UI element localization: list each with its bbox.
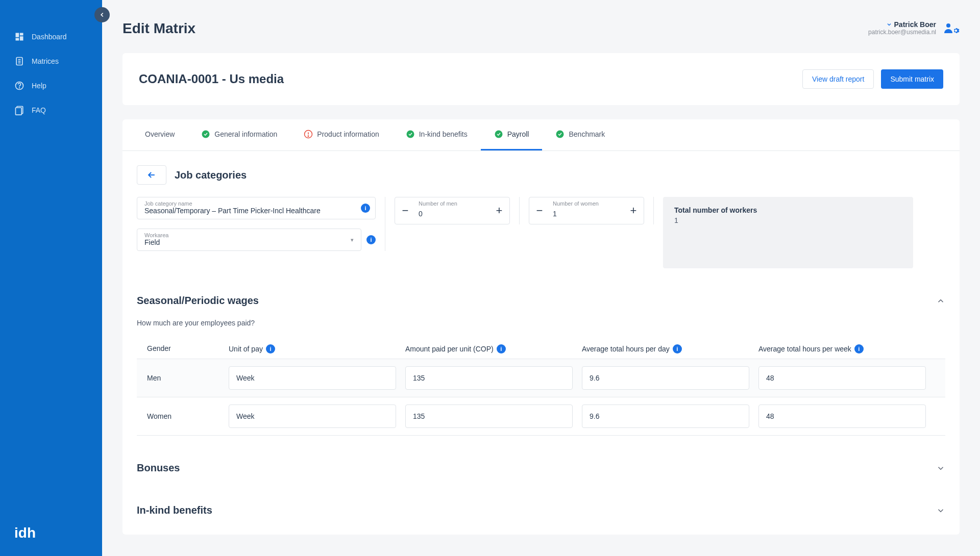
svg-rect-1 [20, 33, 23, 36]
col-gender: Gender [147, 344, 229, 353]
main-content: Edit Matrix Patrick Boer patrick.boer@us… [102, 0, 980, 556]
tab-payroll[interactable]: Payroll [481, 119, 543, 150]
tab-overview[interactable]: Overview [132, 119, 188, 150]
svg-point-14 [202, 131, 210, 138]
amount-input[interactable] [405, 366, 573, 390]
minus-button[interactable]: − [529, 197, 550, 224]
view-draft-button[interactable]: View draft report [802, 69, 874, 89]
tab-label: Product information [317, 130, 379, 138]
nav-label: Matrices [32, 57, 59, 65]
back-button[interactable] [137, 165, 166, 185]
tabs: Overview General information Product inf… [122, 119, 960, 151]
svg-point-18 [406, 131, 414, 138]
chevron-down-icon [886, 21, 892, 28]
field-label: Number of men [419, 200, 457, 207]
wage-row: Men [137, 359, 945, 397]
tab-general[interactable]: General information [188, 119, 290, 150]
plus-button[interactable]: + [489, 197, 509, 224]
tab-label: General information [214, 130, 277, 138]
matrix-title-card: COANIA-0001 - Us media View draft report… [122, 53, 960, 105]
plus-button[interactable]: + [623, 197, 644, 224]
user-menu[interactable]: Patrick Boer patrick.boer@usmedia.nl [868, 20, 960, 36]
info-icon[interactable]: i [361, 204, 370, 213]
dashboard-icon [14, 32, 24, 42]
svg-rect-2 [20, 36, 23, 40]
field-value: Seasonal/Temporary – Part Time Picker-In… [144, 207, 368, 215]
tabs-card: Overview General information Product inf… [122, 119, 960, 535]
tab-label: Benchmark [569, 130, 605, 138]
nav-faq[interactable]: FAQ [0, 98, 102, 122]
tab-product[interactable]: Product information [290, 119, 392, 150]
nav-label: Dashboard [32, 33, 67, 41]
inkind-section-toggle[interactable]: In-kind benefits [137, 504, 945, 516]
row-gender: Women [147, 412, 229, 420]
total-value: 1 [674, 216, 902, 224]
nav-matrices[interactable]: Matrices [0, 49, 102, 73]
info-icon[interactable]: i [366, 235, 376, 244]
matrix-title: COANIA-0001 - Us media [139, 72, 284, 86]
job-category-name-field[interactable]: Job category name Seasonal/Temporary – P… [137, 197, 376, 219]
nav-dashboard[interactable]: Dashboard [0, 24, 102, 49]
unit-input[interactable] [229, 366, 396, 390]
tab-benchmark[interactable]: Benchmark [542, 119, 618, 150]
nav-label: Help [32, 82, 46, 90]
svg-point-20 [556, 131, 564, 138]
field-label: Workarea [144, 232, 168, 238]
row-gender: Men [147, 374, 229, 382]
hours-week-input[interactable] [758, 405, 926, 428]
sidebar: Dashboard Matrices Help FAQ idh [0, 0, 102, 556]
clipboard-icon [14, 56, 24, 66]
total-workers-box: Total number of workers 1 [663, 197, 913, 268]
check-circle-icon [201, 130, 210, 139]
svg-point-17 [308, 136, 309, 137]
check-circle-icon [494, 130, 503, 139]
check-circle-icon [406, 130, 415, 139]
nav-help[interactable]: Help [0, 73, 102, 98]
women-stepper[interactable]: Number of women − 1 + [529, 197, 644, 224]
col-amount: Amount paid per unit (COP) [405, 345, 494, 353]
tab-label: Overview [145, 130, 175, 138]
gear-icon[interactable] [952, 27, 960, 34]
section-title: Job categories [175, 169, 247, 181]
arrow-left-icon [99, 11, 106, 18]
tab-label: In-kind benefits [419, 130, 468, 138]
svg-rect-0 [16, 33, 19, 37]
minus-button[interactable]: − [395, 197, 415, 224]
arrow-left-icon [146, 170, 157, 180]
unit-input[interactable] [229, 405, 396, 428]
bonuses-section-toggle[interactable]: Bonuses [137, 462, 945, 474]
wages-table: Gender Unit of payi Amount paid per unit… [137, 339, 945, 436]
info-icon[interactable]: i [497, 344, 506, 353]
page-header: Edit Matrix Patrick Boer patrick.boer@us… [122, 0, 960, 53]
amount-input[interactable] [405, 405, 573, 428]
info-icon[interactable]: i [266, 344, 275, 353]
user-name: Patrick Boer [894, 20, 936, 29]
tab-inkind[interactable]: In-kind benefits [393, 119, 481, 150]
men-stepper[interactable]: Number of men − 0 + [395, 197, 510, 224]
info-icon[interactable]: i [673, 344, 682, 353]
hours-day-input[interactable] [582, 366, 749, 390]
svg-point-9 [19, 88, 20, 88]
field-value: Field [144, 238, 354, 246]
nav-label: FAQ [32, 106, 46, 114]
wages-title: Seasonal/Periodic wages [137, 295, 259, 307]
hours-day-input[interactable] [582, 405, 749, 428]
sidebar-nav: Dashboard Matrices Help FAQ [0, 0, 102, 122]
field-label: Job category name [144, 200, 192, 207]
help-icon [14, 81, 24, 91]
alert-circle-icon [304, 130, 313, 139]
wages-section-toggle[interactable]: Seasonal/Periodic wages [137, 295, 945, 307]
field-label: Number of women [553, 200, 599, 207]
faq-icon [14, 105, 24, 115]
bonuses-title: Bonuses [137, 462, 180, 474]
inkind-title: In-kind benefits [137, 504, 212, 516]
hours-week-input[interactable] [758, 366, 926, 390]
svg-rect-3 [16, 38, 19, 41]
info-icon[interactable]: i [854, 344, 864, 353]
svg-point-13 [946, 23, 950, 28]
submit-matrix-button[interactable]: Submit matrix [881, 69, 943, 89]
sidebar-collapse-button[interactable] [94, 7, 110, 22]
col-hours-week: Average total hours per week [758, 345, 851, 353]
col-unit: Unit of pay [229, 345, 263, 353]
workarea-select[interactable]: Workarea Field [137, 229, 361, 251]
